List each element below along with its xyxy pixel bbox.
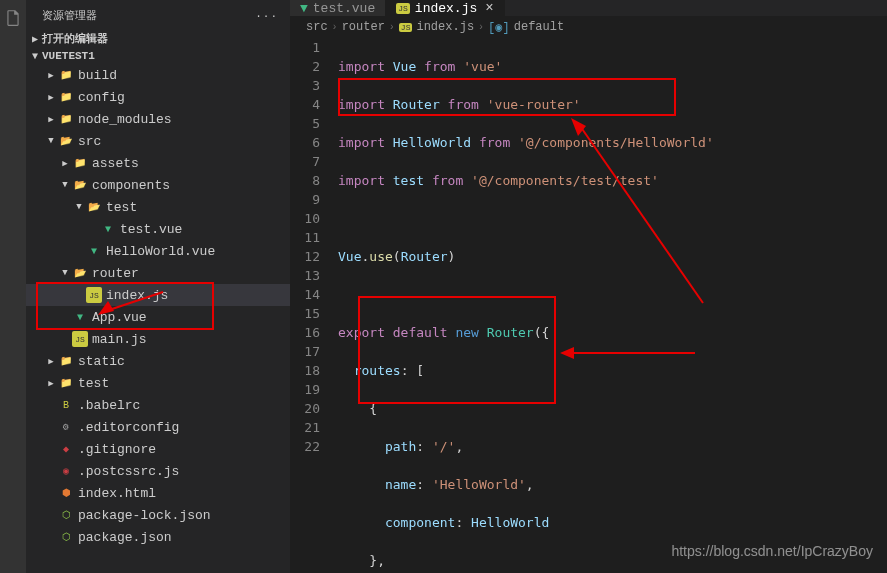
tree-file-babelrc[interactable]: B.babelrc [26,394,290,416]
tree-label: index.js [106,288,168,303]
tree-file-editorconfig[interactable]: ⚙.editorconfig [26,416,290,438]
tree-label: package.json [78,530,172,545]
chevron-right-icon: ▶ [58,158,72,169]
tree-folder-components[interactable]: ▼📂components [26,174,290,196]
tree-label: App.vue [92,310,147,325]
tree-label: config [78,90,125,105]
tree-label: node_modules [78,112,172,127]
tree-folder-static[interactable]: ▶📁static [26,350,290,372]
tree-folder-test2[interactable]: ▶📁test [26,372,290,394]
folder-icon: 📂 [58,133,74,149]
bc-symbol: default [514,20,564,34]
tree-file-gitignore[interactable]: ◆.gitignore [26,438,290,460]
tree-folder-test[interactable]: ▼📂test [26,196,290,218]
tree-file-postcssrc[interactable]: ◉.postcssrc.js [26,460,290,482]
file-tree: ▶📁build ▶📁config ▶📁node_modules ▼📂src ▶📁… [26,64,290,573]
tab-test-vue[interactable]: ▼ test.vue [290,0,386,16]
tree-file-test-vue[interactable]: ▼test.vue [26,218,290,240]
sidebar-header: 资源管理器 ··· [26,0,290,29]
git-icon: ◆ [58,441,74,457]
code-content[interactable]: import Vue from 'vue' import Router from… [338,38,887,573]
js-icon: JS [86,287,102,303]
tree-label: index.html [78,486,156,501]
html-icon: ⬢ [58,485,74,501]
code-editor[interactable]: 12345678910111213141516171819202122 impo… [290,38,887,573]
config-icon: ⚙ [58,419,74,435]
babel-icon: B [58,397,74,413]
folder-icon: 📂 [72,177,88,193]
chevron-down-icon: ▼ [44,136,58,146]
chevron-right-icon: ▶ [44,70,58,81]
tree-label: test [106,200,137,215]
tree-label: main.js [92,332,147,347]
tree-file-package-json[interactable]: ⬡package.json [26,526,290,548]
tree-label: components [92,178,170,193]
tree-label: .babelrc [78,398,140,413]
bc-file: index.js [416,20,474,34]
project-section[interactable]: ▼ VUETEST1 [26,48,290,64]
tree-label: .editorconfig [78,420,179,435]
folder-icon: 📁 [72,155,88,171]
chevron-right-icon: ▶ [44,356,58,367]
tree-label: HelloWorld.vue [106,244,215,259]
chevron-right-icon: ▶ [44,378,58,389]
chevron-right-icon: ▶ [44,92,58,103]
editor-tabs: ▼ test.vue JS index.js × [290,0,887,16]
tree-label: build [78,68,117,83]
vue-icon: ▼ [86,243,102,259]
more-icon[interactable]: ··· [255,10,278,22]
tree-file-package-lock[interactable]: ⬡package-lock.json [26,504,290,526]
tree-file-app-vue[interactable]: ▼App.vue [26,306,290,328]
chevron-right-icon: ▶ [44,114,58,125]
vue-icon: ▼ [100,221,116,237]
open-editors-label: 打开的编辑器 [42,31,108,46]
tree-label: assets [92,156,139,171]
tree-folder-src[interactable]: ▼📂src [26,130,290,152]
vue-icon: ▼ [300,1,308,16]
chevron-right-icon: › [332,22,338,33]
folder-icon: 📁 [58,353,74,369]
tab-label: index.js [415,1,477,16]
project-name: VUETEST1 [42,50,95,62]
chevron-down-icon: ▼ [58,268,72,278]
breadcrumb[interactable]: src › router › JS index.js › [◉] default [290,16,887,38]
js-icon: JS [396,3,410,14]
tree-folder-build[interactable]: ▶📁build [26,64,290,86]
tree-file-index-js[interactable]: JSindex.js [26,284,290,306]
folder-icon: 📂 [72,265,88,281]
close-icon[interactable]: × [485,0,493,16]
chevron-right-icon: › [389,22,395,33]
tree-file-helloworld[interactable]: ▼HelloWorld.vue [26,240,290,262]
chevron-down-icon: ▼ [28,51,42,62]
tree-folder-assets[interactable]: ▶📁assets [26,152,290,174]
tree-label: test.vue [120,222,182,237]
tree-label: router [92,266,139,281]
tree-file-main-js[interactable]: JSmain.js [26,328,290,350]
tree-label: package-lock.json [78,508,211,523]
activity-bar [0,0,26,573]
tree-folder-router[interactable]: ▼📂router [26,262,290,284]
tree-label: .gitignore [78,442,156,457]
watermark: https://blog.csdn.net/IpCrazyBoy [671,543,873,559]
explorer-sidebar: 资源管理器 ··· ▶ 打开的编辑器 ▼ VUETEST1 ▶📁build ▶📁… [26,0,290,573]
explorer-title: 资源管理器 [42,8,97,23]
postcss-icon: ◉ [58,463,74,479]
bc-src: src [306,20,328,34]
folder-icon: 📁 [58,111,74,127]
npm-icon: ⬡ [58,529,74,545]
tree-label: test [78,376,109,391]
line-gutter: 12345678910111213141516171819202122 [290,38,338,573]
bc-router: router [342,20,385,34]
open-editors-section[interactable]: ▶ 打开的编辑器 [26,29,290,48]
tab-index-js[interactable]: JS index.js × [386,0,504,16]
tree-file-index-html[interactable]: ⬢index.html [26,482,290,504]
tree-label: static [78,354,125,369]
tree-folder-node-modules[interactable]: ▶📁node_modules [26,108,290,130]
npm-icon: ⬡ [58,507,74,523]
tree-label: src [78,134,101,149]
editor-area: ▼ test.vue JS index.js × src › router › … [290,0,887,573]
chevron-right-icon: ▶ [28,33,42,45]
tree-folder-config[interactable]: ▶📁config [26,86,290,108]
files-icon[interactable] [3,8,23,28]
folder-icon: 📁 [58,375,74,391]
